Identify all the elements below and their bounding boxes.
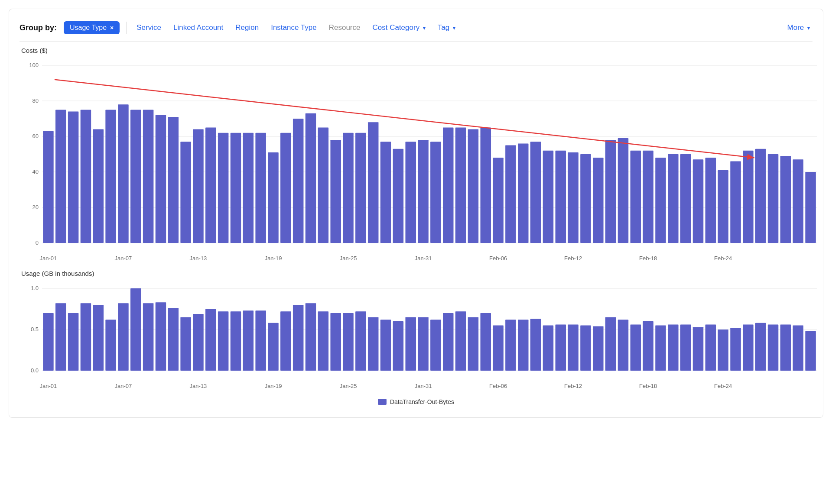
svg-text:Feb-24: Feb-24 xyxy=(714,255,732,262)
svg-rect-63 xyxy=(680,154,691,243)
option-cost-category[interactable]: Cost Category ▾ xyxy=(370,22,428,34)
svg-rect-133 xyxy=(556,325,566,371)
svg-rect-34 xyxy=(318,128,329,243)
svg-rect-62 xyxy=(668,154,679,243)
chart-legend: DataTransfer-Out-Bytes xyxy=(20,398,812,405)
active-filter-tag[interactable]: Usage Type × xyxy=(64,21,120,34)
main-container: Group by: Usage Type × Service Linked Ac… xyxy=(9,9,823,418)
option-linked-account[interactable]: Linked Account xyxy=(171,22,226,34)
svg-rect-105 xyxy=(205,309,216,371)
svg-rect-38 xyxy=(368,122,379,243)
costs-chart-section: Costs ($) 020406080100 Jan-01Jan-07Jan-1… xyxy=(20,47,812,266)
svg-rect-65 xyxy=(705,158,716,243)
option-instance-type[interactable]: Instance Type xyxy=(268,22,319,34)
legend-swatch xyxy=(378,399,387,405)
svg-rect-41 xyxy=(405,142,416,243)
svg-text:0.5: 0.5 xyxy=(31,326,39,333)
svg-rect-109 xyxy=(255,310,266,371)
svg-rect-52 xyxy=(543,151,554,243)
svg-rect-53 xyxy=(556,151,566,243)
svg-rect-128 xyxy=(493,326,504,371)
svg-rect-141 xyxy=(655,326,666,371)
svg-rect-45 xyxy=(455,128,466,243)
svg-rect-54 xyxy=(568,152,578,243)
svg-rect-138 xyxy=(618,320,629,371)
svg-text:0.0: 0.0 xyxy=(31,367,39,374)
svg-text:Jan-13: Jan-13 xyxy=(190,255,207,262)
svg-rect-100 xyxy=(143,303,154,371)
svg-rect-115 xyxy=(330,313,341,371)
svg-rect-111 xyxy=(280,311,291,371)
svg-rect-39 xyxy=(380,142,391,243)
svg-text:Jan-25: Jan-25 xyxy=(340,255,357,262)
svg-rect-126 xyxy=(468,317,479,371)
svg-text:60: 60 xyxy=(32,133,39,139)
svg-rect-129 xyxy=(505,320,516,371)
option-service[interactable]: Service xyxy=(134,22,164,34)
svg-rect-149 xyxy=(755,323,766,371)
group-by-label: Group by: xyxy=(20,23,57,32)
svg-rect-57 xyxy=(605,140,616,243)
svg-rect-132 xyxy=(543,326,554,371)
svg-rect-68 xyxy=(743,151,754,243)
svg-text:80: 80 xyxy=(32,97,39,104)
svg-rect-17 xyxy=(105,110,116,243)
svg-text:Feb-24: Feb-24 xyxy=(714,383,732,389)
svg-rect-119 xyxy=(380,320,391,371)
svg-rect-69 xyxy=(755,149,766,243)
option-resource: Resource xyxy=(326,22,363,34)
svg-rect-110 xyxy=(268,323,279,371)
svg-text:20: 20 xyxy=(32,204,39,210)
svg-rect-116 xyxy=(343,313,354,371)
active-filter-label: Usage Type xyxy=(70,24,107,32)
svg-rect-140 xyxy=(643,321,653,371)
svg-text:Feb-06: Feb-06 xyxy=(489,383,507,389)
svg-rect-137 xyxy=(605,317,616,371)
option-region[interactable]: Region xyxy=(233,22,261,34)
svg-rect-42 xyxy=(418,140,429,243)
svg-rect-33 xyxy=(306,113,316,243)
svg-rect-120 xyxy=(393,321,404,371)
svg-text:0: 0 xyxy=(36,239,39,246)
svg-rect-118 xyxy=(368,317,379,371)
svg-rect-72 xyxy=(793,159,803,243)
usage-chart-section: Usage (GB in thousands) 0.00.51.0Jan-01J… xyxy=(20,270,812,394)
svg-rect-64 xyxy=(693,159,704,243)
group-by-row: Group by: Usage Type × Service Linked Ac… xyxy=(20,16,812,42)
svg-rect-146 xyxy=(718,330,728,371)
close-icon[interactable]: × xyxy=(110,24,114,31)
svg-rect-124 xyxy=(443,313,454,371)
option-tag[interactable]: Tag ▾ xyxy=(435,22,458,34)
svg-rect-99 xyxy=(130,288,141,371)
svg-rect-56 xyxy=(593,158,604,243)
svg-rect-151 xyxy=(780,325,791,371)
svg-rect-148 xyxy=(743,325,754,371)
option-more[interactable]: More ▾ xyxy=(785,22,812,34)
svg-rect-123 xyxy=(430,320,441,371)
svg-rect-125 xyxy=(455,311,466,371)
svg-rect-73 xyxy=(805,172,816,243)
svg-rect-67 xyxy=(730,161,741,243)
svg-rect-114 xyxy=(318,311,329,371)
costs-chart-title: Costs ($) xyxy=(21,47,812,54)
svg-text:Jan-31: Jan-31 xyxy=(415,383,432,389)
svg-rect-136 xyxy=(593,326,604,371)
svg-rect-95 xyxy=(81,303,91,371)
svg-text:100: 100 xyxy=(29,62,39,68)
svg-rect-25 xyxy=(205,128,216,243)
svg-text:Feb-12: Feb-12 xyxy=(564,383,582,389)
svg-text:Jan-19: Jan-19 xyxy=(265,383,282,389)
svg-rect-150 xyxy=(768,325,779,371)
svg-rect-93 xyxy=(55,303,66,371)
svg-rect-152 xyxy=(793,326,803,371)
svg-rect-55 xyxy=(580,154,591,243)
svg-rect-94 xyxy=(68,313,79,371)
svg-text:Feb-18: Feb-18 xyxy=(639,383,657,389)
svg-rect-32 xyxy=(293,119,304,243)
svg-rect-47 xyxy=(481,128,491,243)
svg-rect-66 xyxy=(718,170,728,243)
svg-rect-135 xyxy=(580,326,591,371)
svg-rect-21 xyxy=(156,115,166,243)
svg-rect-30 xyxy=(268,152,279,243)
svg-rect-49 xyxy=(505,145,516,243)
